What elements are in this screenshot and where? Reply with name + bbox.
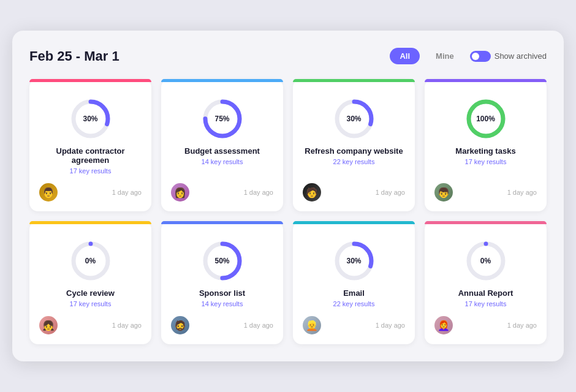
filter-all-button[interactable]: All — [390, 48, 420, 64]
card-footer: 👨 1 day ago — [39, 183, 142, 202]
donut-label: 75% — [214, 115, 229, 123]
header-controls: All Mine Show archived — [390, 48, 547, 64]
card-subtitle: 17 key results — [70, 167, 112, 175]
card-footer: 👩 1 day ago — [171, 183, 273, 202]
show-archived-label: Show archived — [495, 51, 547, 61]
donut-chart: 100% — [464, 97, 507, 140]
card-subtitle: 17 key results — [70, 300, 112, 307]
card-top-bar — [293, 79, 415, 82]
donut-chart: 30% — [333, 239, 376, 282]
donut-label: 0% — [480, 257, 491, 265]
timestamp: 1 day ago — [376, 322, 405, 329]
timestamp: 1 day ago — [244, 322, 273, 329]
card-subtitle: 14 key results — [202, 300, 243, 307]
card-title: Annual Report — [458, 288, 513, 298]
page-title: Feb 25 - Mar 1 — [29, 48, 119, 64]
card-footer: 🧑 1 day ago — [303, 183, 405, 202]
card-title: Cycle review — [66, 288, 115, 298]
card-footer: 👩‍🦰 1 day ago — [434, 316, 537, 334]
card-footer: 🧔 1 day ago — [171, 316, 273, 334]
card-3[interactable]: 30% Refresh company website 22 key resul… — [293, 79, 415, 211]
card-footer: 👧 1 day ago — [39, 316, 142, 334]
donut-label: 30% — [83, 115, 97, 123]
show-archived-toggle[interactable] — [470, 51, 491, 62]
donut-label: 50% — [214, 257, 229, 265]
avatar: 👩 — [171, 183, 189, 202]
card-title: Email — [343, 288, 365, 298]
card-4[interactable]: 100% Marketing tasks 17 key results 👦 1 … — [425, 79, 547, 211]
avatar: 👨 — [39, 183, 58, 202]
avatar: 🧑 — [303, 183, 321, 202]
card-top-bar — [161, 79, 283, 82]
app-container: Feb 25 - Mar 1 All Mine Show archived 30… — [12, 31, 564, 361]
card-subtitle: 22 key results — [333, 300, 375, 307]
donut-chart: 50% — [201, 239, 244, 282]
card-top-bar — [29, 221, 151, 224]
card-title: Budget assessment — [184, 146, 260, 156]
donut-label: 100% — [476, 115, 495, 123]
card-2[interactable]: 75% Budget assessment 14 key results 👩 1… — [161, 79, 283, 211]
card-subtitle: 17 key results — [465, 300, 507, 307]
cards-grid: 30% Update contractor agreemen 17 key re… — [29, 79, 547, 344]
card-8[interactable]: 0% Annual Report 17 key results 👩‍🦰 1 da… — [425, 221, 547, 344]
donut-chart: 0% — [464, 239, 507, 282]
card-6[interactable]: 50% Sponsor list 14 key results 🧔 1 day … — [161, 221, 283, 344]
card-5[interactable]: 0% Cycle review 17 key results 👧 1 day a… — [29, 221, 151, 344]
header: Feb 25 - Mar 1 All Mine Show archived — [29, 48, 547, 64]
card-top-bar — [161, 221, 283, 224]
card-title: Sponsor list — [199, 288, 245, 298]
card-subtitle: 17 key results — [465, 158, 507, 165]
timestamp: 1 day ago — [507, 189, 537, 196]
donut-chart: 0% — [69, 239, 112, 282]
donut-label: 30% — [346, 257, 361, 265]
donut-chart: 30% — [69, 97, 112, 140]
donut-chart: 30% — [333, 97, 376, 140]
timestamp: 1 day ago — [507, 322, 537, 329]
avatar: 🧔 — [171, 316, 189, 334]
card-subtitle: 22 key results — [333, 158, 375, 165]
card-top-bar — [293, 221, 415, 224]
card-footer: 👦 1 day ago — [434, 183, 537, 202]
donut-chart: 75% — [201, 97, 244, 140]
avatar: 👧 — [39, 316, 58, 334]
avatar: 👩‍🦰 — [434, 316, 453, 334]
card-title: Marketing tasks — [455, 146, 515, 156]
card-7[interactable]: 30% Email 22 key results 👱 1 day ago — [293, 221, 415, 344]
donut-label: 30% — [346, 115, 361, 123]
filter-mine-button[interactable]: Mine — [426, 48, 464, 64]
card-top-bar — [425, 79, 547, 82]
timestamp: 1 day ago — [112, 189, 142, 196]
avatar: 👱 — [303, 316, 321, 334]
timestamp: 1 day ago — [376, 189, 405, 196]
donut-label: 0% — [85, 257, 96, 265]
timestamp: 1 day ago — [244, 189, 273, 196]
timestamp: 1 day ago — [112, 322, 142, 329]
show-archived-toggle-group: Show archived — [470, 51, 547, 62]
card-top-bar — [29, 79, 151, 82]
avatar: 👦 — [434, 183, 453, 202]
card-subtitle: 14 key results — [202, 158, 243, 165]
card-top-bar — [425, 221, 547, 224]
card-1[interactable]: 30% Update contractor agreemen 17 key re… — [29, 79, 151, 211]
card-title: Update contractor agreemen — [39, 146, 142, 165]
card-footer: 👱 1 day ago — [303, 316, 405, 334]
card-title: Refresh company website — [305, 146, 403, 156]
